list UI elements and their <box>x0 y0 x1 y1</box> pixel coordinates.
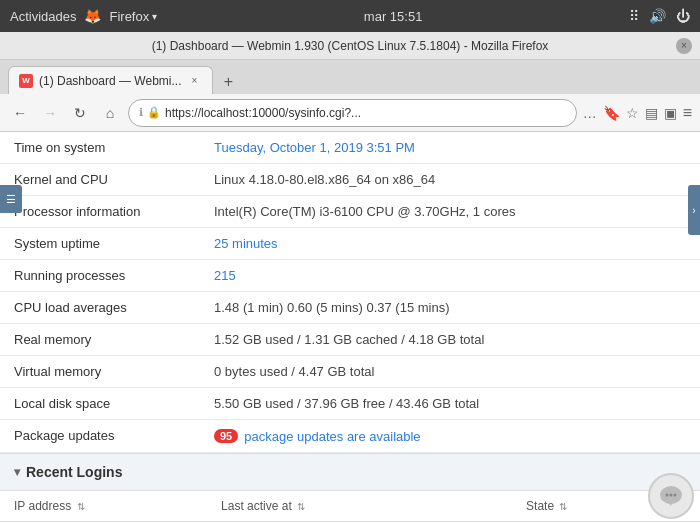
row-label: Local disk space <box>0 388 200 420</box>
col-last-active[interactable]: Last active at ⇅ <box>207 491 512 522</box>
sidebar-icon[interactable]: ▣ <box>664 105 677 121</box>
table-row: Package updates 95 package updates are a… <box>0 420 700 453</box>
address-input[interactable]: ℹ 🔒 https://localhost:10000/sysinfo.cgi?… <box>128 99 577 127</box>
table-row: Time on system Tuesday, October 1, 2019 … <box>0 132 700 164</box>
network-icon: ⠿ <box>629 8 639 24</box>
row-value: 25 minutes <box>200 228 700 260</box>
bookmark-icon[interactable]: 🔖 <box>603 105 620 121</box>
login-ip: 127.0.0.1 <box>0 521 207 525</box>
table-row: Real memory 1.52 GB used / 1.31 GB cache… <box>0 324 700 356</box>
menu-icon[interactable]: ≡ <box>683 104 692 122</box>
row-label: Real memory <box>0 324 200 356</box>
package-count-badge: 95 <box>214 429 238 443</box>
table-row: 127.0.0.1 10/01/2019 3:51 PM This login <box>0 521 700 525</box>
sound-icon: 🔊 <box>649 8 666 24</box>
browser-title-bar: (1) Dashboard — Webmin 1.930 (CentOS Lin… <box>0 32 700 60</box>
forward-button[interactable]: → <box>38 101 62 125</box>
processes-link[interactable]: 215 <box>214 268 236 283</box>
firefox-menu[interactable]: Firefox ▾ <box>109 9 157 24</box>
toolbar-icons: … 🔖 ☆ ▤ ▣ ≡ <box>583 104 692 122</box>
window-title: (1) Dashboard — Webmin 1.930 (CentOS Lin… <box>24 39 676 53</box>
row-value: 95 package updates are available <box>200 420 700 453</box>
tab-bar: W (1) Dashboard — Webmi... × + <box>0 60 700 94</box>
sort-icon: ⇅ <box>77 501 85 512</box>
home-button[interactable]: ⌂ <box>98 101 122 125</box>
tab-label: (1) Dashboard — Webmi... <box>39 74 182 88</box>
sidebar-toggle-button[interactable]: ☰ <box>0 185 22 213</box>
tab-close-button[interactable]: × <box>188 74 202 88</box>
table-row: System uptime 25 minutes <box>0 228 700 260</box>
reload-button[interactable]: ↻ <box>68 101 92 125</box>
row-value: 0 bytes used / 4.47 GB total <box>200 356 700 388</box>
row-value: 1.52 GB used / 1.31 GB cached / 4.18 GB … <box>200 324 700 356</box>
address-bar: ← → ↻ ⌂ ℹ 🔒 https://localhost:10000/sysi… <box>0 94 700 132</box>
library-icon[interactable]: ▤ <box>645 105 658 121</box>
info-icon: ℹ <box>139 106 143 119</box>
package-updates-link[interactable]: package updates are available <box>244 429 420 444</box>
row-label: System uptime <box>0 228 200 260</box>
row-value: Intel(R) Core(TM) i3-6100 CPU @ 3.70GHz,… <box>200 196 700 228</box>
row-value: Tuesday, October 1, 2019 3:51 PM <box>200 132 700 164</box>
row-label: Processor information <box>0 196 200 228</box>
row-label: Time on system <box>0 132 200 164</box>
table-row: Local disk space 5.50 GB used / 37.96 GB… <box>0 388 700 420</box>
right-chevron-icon: › <box>692 205 695 216</box>
address-text: https://localhost:10000/sysinfo.cgi?... <box>165 106 361 120</box>
power-icon[interactable]: ⏻ <box>676 8 690 24</box>
tab-favicon: W <box>19 74 33 88</box>
package-badge: 95 package updates are available <box>214 429 421 444</box>
table-row: Processor information Intel(R) Core(TM) … <box>0 196 700 228</box>
table-row: CPU load averages 1.48 (1 min) 0.60 (5 m… <box>0 292 700 324</box>
firefox-icon: 🦊 <box>84 8 101 24</box>
extensions-icon[interactable]: … <box>583 105 597 121</box>
row-label: CPU load averages <box>0 292 200 324</box>
sort-icon: ⇅ <box>297 501 305 512</box>
row-value: 1.48 (1 min) 0.60 (5 mins) 0.37 (15 mins… <box>200 292 700 324</box>
right-panel-hint[interactable]: › <box>688 185 700 235</box>
sysinfo-table: Time on system Tuesday, October 1, 2019 … <box>0 132 700 453</box>
star-icon[interactable]: ☆ <box>626 105 639 121</box>
svg-point-4 <box>674 494 677 497</box>
login-state: This login <box>512 521 700 525</box>
row-value: Linux 4.18.0-80.el8.x86_64 on x86_64 <box>200 164 700 196</box>
new-tab-button[interactable]: + <box>217 70 241 94</box>
row-value: 215 <box>200 260 700 292</box>
table-row: Virtual memory 0 bytes used / 4.47 GB to… <box>0 356 700 388</box>
datetime: mar 15:51 <box>364 9 423 24</box>
col-ip-address[interactable]: IP address ⇅ <box>0 491 207 522</box>
sort-icon: ⇅ <box>559 501 567 512</box>
chat-icon <box>657 482 685 510</box>
os-top-bar: Actividades 🦊 Firefox ▾ mar 15:51 ⠿ 🔊 ⏻ <box>0 0 700 32</box>
page-content: ☰ Time on system Tuesday, October 1, 201… <box>0 132 700 525</box>
svg-point-2 <box>666 494 669 497</box>
svg-point-3 <box>670 494 673 497</box>
window-close-button[interactable]: × <box>676 38 692 54</box>
table-row: Running processes 215 <box>0 260 700 292</box>
table-row: Kernel and CPU Linux 4.18.0-80.el8.x86_6… <box>0 164 700 196</box>
recent-logins-section-header[interactable]: ▾ Recent Logins <box>0 453 700 491</box>
row-label: Virtual memory <box>0 356 200 388</box>
activities-button[interactable]: Actividades <box>10 9 76 24</box>
row-value: 5.50 GB used / 37.96 GB free / 43.46 GB … <box>200 388 700 420</box>
row-label: Kernel and CPU <box>0 164 200 196</box>
logins-table: IP address ⇅ Last active at ⇅ State ⇅ 12… <box>0 491 700 526</box>
section-chevron-icon: ▾ <box>14 465 20 479</box>
row-label: Package updates <box>0 420 200 453</box>
table-header-row: IP address ⇅ Last active at ⇅ State ⇅ <box>0 491 700 522</box>
row-label: Running processes <box>0 260 200 292</box>
section-title: Recent Logins <box>26 464 122 480</box>
back-button[interactable]: ← <box>8 101 32 125</box>
chat-assistant-bubble[interactable] <box>648 473 694 519</box>
active-tab[interactable]: W (1) Dashboard — Webmi... × <box>8 66 213 94</box>
login-last-active: 10/01/2019 3:51 PM <box>207 521 512 525</box>
time-link[interactable]: Tuesday, October 1, 2019 3:51 PM <box>214 140 415 155</box>
lock-icon: 🔒 <box>147 106 161 119</box>
uptime-link[interactable]: 25 minutes <box>214 236 278 251</box>
